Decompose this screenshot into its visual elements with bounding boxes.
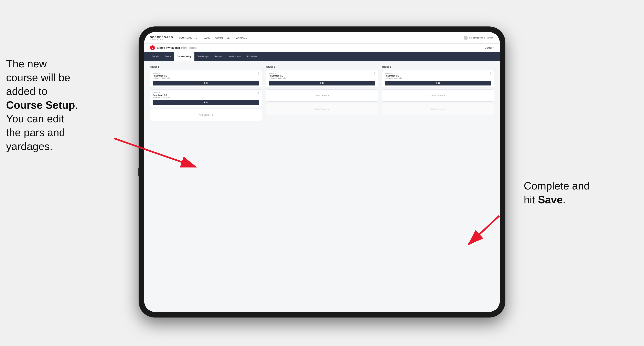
round2-course-a-details: Yellow (M) (6629 yds) [268,77,375,79]
tab-course-setup[interactable]: Course Setup [174,52,194,61]
logo-area: SCOREBOARD Powered by clippd [150,36,173,40]
tablet-frame: SCOREBOARD Powered by clippd TOURNAMENTS… [138,26,506,318]
annotation-right: Complete andhit Save. [524,179,609,207]
round-2-header: Round 2 [266,66,378,68]
round3-add-course-2-button: Add Course + [382,103,494,115]
round-1-column: Round 1 ⋮ (Course A) Peachtree GC Yellow… [150,66,262,123]
tab-teams[interactable]: Teams [162,52,174,61]
course-a-menu-icon[interactable]: ⋮ [257,72,260,75]
tab-results[interactable]: Results [212,52,225,61]
round1-course-b-label: (Course B) [153,92,259,93]
tab-details[interactable]: Details [149,52,162,61]
nav-links: TOURNAMENTS TEAMS COMMITTEE RANKINGS [179,36,464,40]
round-3-header: Round 3 [382,66,494,68]
rounds-container: Round 1 ⋮ (Course A) Peachtree GC Yellow… [150,66,494,123]
round1-course-b-details: Black (M) (6891 yds) [153,96,259,99]
tournament-division: (Men) [181,47,187,49]
nav-committee[interactable]: COMMITTEE [216,36,230,40]
nav-teams[interactable]: TEAMS [202,36,210,40]
tablet-screen: SCOREBOARD Powered by clippd TOURNAMENTS… [144,32,500,312]
round3-course-a-edit-button[interactable]: Edit [385,81,491,85]
round3-course-a-name: Peachtree GC [385,74,491,77]
top-nav: SCOREBOARD Powered by clippd TOURNAMENTS… [144,32,500,43]
round2-add-course-2-button: Add Course + [266,103,378,115]
round2-add-icon-2: + [328,108,329,111]
round2-course-a-menu-icon[interactable]: ⋮ [373,72,376,75]
main-content: Round 1 ⋮ (Course A) Peachtree GC Yellow… [144,61,500,312]
round3-add-icon-2: + [444,108,445,111]
round2-course-a-name: Peachtree GC [268,74,375,77]
round3-course-a-card: ⋮ (Course A) Peachtree GC Yellow (M) (66… [382,70,494,88]
round2-add-course-button[interactable]: Add Course + [266,89,378,102]
round2-course-a-label: (Course A) [268,72,375,74]
nav-rankings[interactable]: RANKINGS [234,36,247,40]
round1-course-a-edit-button[interactable]: Edit [153,81,259,85]
powered-by-label: Powered by clippd [150,39,173,40]
round1-course-a-label: (Course A) [153,72,259,74]
round1-course-a-card: ⋮ (Course A) Peachtree GC Yellow (M) (66… [150,70,262,88]
user-avatar [464,36,468,40]
round-2-column: Round 2 ⋮ (Course A) Peachtree GC Yellow… [266,66,378,123]
round2-course-a-edit-button[interactable]: Edit [268,81,375,85]
annotation-save-bold: Save [538,194,562,205]
round2-add-icon: + [328,94,329,97]
course-b-menu-icon[interactable]: ⋮ [257,91,260,94]
nav-tournaments[interactable]: TOURNAMENTS [179,36,197,40]
round3-course-a-details: Yellow (M) (6629 yds) [385,77,491,79]
round-3-column: Round 3 ⋮ (Course A) Peachtree GC Yellow… [382,66,494,123]
round3-add-icon: + [444,94,445,97]
round1-course-a-name: Peachtree GC [153,74,259,77]
annotation-left: The newcourse will beadded toCourse Setu… [6,57,112,153]
sign-out-link[interactable]: Sign out [486,37,494,39]
tab-printables[interactable]: Printables [244,52,260,61]
annotation-course-setup-bold: Course Setup [6,99,75,111]
round3-course-a-menu-icon[interactable]: ⋮ [489,72,492,75]
tournament-name: Clippd Invitational [157,46,180,49]
round3-add-course-button[interactable]: Add Course + [382,89,494,102]
round1-course-b-name: East Lake GC [153,94,259,96]
scoreboard-logo: SCOREBOARD [150,36,173,39]
tournament-bar: C Clippd Invitational (Men) Hosting Canc… [144,43,500,52]
round1-add-icon: + [212,113,213,116]
tournament-status: Hosting [189,47,196,49]
round-1-header: Round 1 [150,66,262,68]
tablet-side-button [138,168,138,176]
user-email: blair@clippd.io [469,37,483,39]
round2-course-a-card: ⋮ (Course A) Peachtree GC Yellow (M) (66… [266,70,378,88]
round1-course-b-card: ⋮ (Course B) East Lake GC Black (M) (689… [150,89,262,107]
cancel-button[interactable]: Cancel × [485,47,494,49]
round1-course-a-details: Yellow (M) (6629 yds) [153,77,259,79]
nav-right: blair@clippd.io | Sign out [464,36,494,40]
round3-course-a-label: (Course A) [385,72,491,74]
tab-bar: Details Teams Course Setup Tee Groups Re… [144,52,500,61]
tournament-logo: C [150,45,155,50]
tab-leaderboards[interactable]: Leaderboards [225,52,244,61]
tab-tee-groups[interactable]: Tee Groups [194,52,212,61]
round1-course-b-edit-button[interactable]: Edit [153,100,259,105]
round1-add-course-button[interactable]: Add Course + [150,109,262,121]
nav-separator: | [484,37,485,39]
